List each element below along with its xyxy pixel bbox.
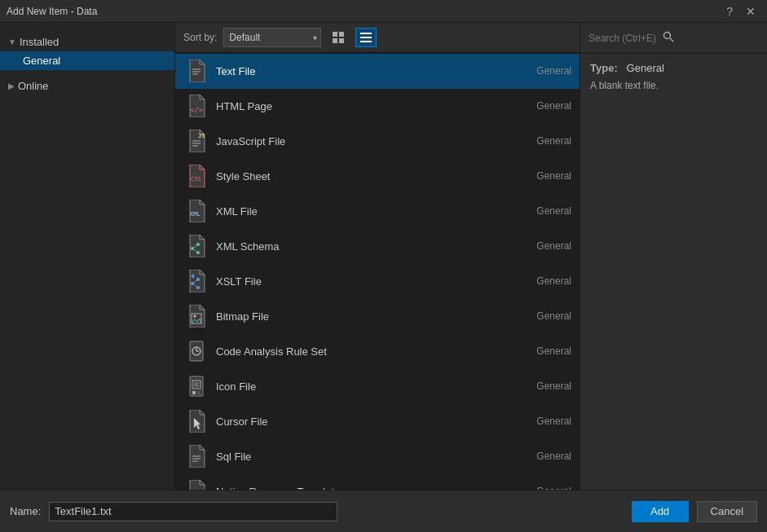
item-name: Cursor File	[216, 415, 530, 428]
list-item[interactable]: Sql File General	[175, 439, 580, 474]
list-item[interactable]: XSLT File General	[175, 264, 580, 299]
info-type: Type: General	[590, 62, 757, 74]
title-bar-controls: ? ✕	[721, 4, 760, 19]
list-item[interactable]: JS JavaScript File General	[175, 124, 580, 159]
svg-rect-6	[360, 41, 372, 42]
installed-arrow-icon: ▼	[8, 37, 16, 46]
svg-text:CSS: CSS	[191, 176, 201, 182]
svg-point-7	[664, 33, 671, 39]
sort-select[interactable]: Default Name Type	[223, 28, 321, 47]
item-name: XML File	[216, 205, 530, 218]
toolbar-left: Sort by: Default Name Type	[175, 23, 580, 53]
list-item[interactable]: Text File General	[175, 54, 580, 89]
item-category: General	[536, 135, 571, 147]
type-value: General	[627, 62, 664, 74]
svg-rect-38	[194, 382, 199, 387]
item-category: General	[536, 65, 571, 77]
item-name: Code Analysis Rule Set	[216, 345, 530, 358]
toolbar: Sort by: Default Name Type	[175, 23, 580, 53]
help-button[interactable]: ?	[721, 4, 738, 19]
item-name: HTML Page	[216, 100, 530, 112]
item-name: JavaScript File	[216, 135, 530, 147]
list-view-button[interactable]	[355, 28, 377, 47]
sidebar-installed-header[interactable]: ▼ Installed	[0, 33, 174, 51]
cancel-button[interactable]: Cancel	[697, 501, 757, 522]
online-arrow-icon: ▶	[8, 81, 15, 90]
list-item[interactable]: Cursor File General	[175, 404, 580, 439]
item-icon-html: </>	[183, 93, 209, 119]
svg-point-21	[196, 251, 200, 254]
item-category: General	[536, 345, 571, 357]
list-item[interactable]: Bitmap File General	[175, 299, 580, 334]
svg-rect-2	[333, 38, 337, 43]
item-icon-xml-schema	[183, 233, 209, 259]
bottom-bar: Name: Add Cancel	[0, 490, 767, 532]
dialog-body: ▼ Installed General ▶ Online Sort by:	[0, 23, 767, 490]
svg-rect-40	[197, 391, 201, 394]
dialog-title: Add New Item - Data	[7, 6, 97, 17]
item-icon-xslt	[183, 268, 209, 294]
svg-rect-0	[333, 32, 337, 37]
svg-text:</>: </>	[190, 106, 204, 114]
close-button[interactable]: ✕	[741, 4, 760, 19]
search-placeholder: Search (Ctrl+E)	[588, 33, 656, 44]
svg-point-31	[194, 315, 196, 318]
svg-text:XML: XML	[190, 211, 201, 218]
item-category: General	[536, 380, 571, 392]
svg-point-25	[196, 278, 200, 281]
sort-select-wrap: Default Name Type	[223, 28, 321, 47]
item-name: Sql File	[216, 451, 530, 463]
list-item[interactable]: Icon File General	[175, 369, 580, 404]
svg-text:JS: JS	[198, 133, 205, 139]
item-icon-native-resource	[183, 478, 209, 490]
svg-point-24	[191, 282, 194, 285]
svg-rect-39	[192, 391, 196, 394]
item-icon-icon-file	[183, 373, 209, 399]
add-button[interactable]: Add	[632, 501, 689, 522]
svg-rect-4	[360, 33, 372, 34]
item-name: XML Schema	[216, 240, 530, 253]
grid-view-button[interactable]	[328, 28, 349, 47]
item-category: General	[536, 100, 571, 112]
list-area: Text File General </> HTML Page General	[175, 54, 767, 490]
list-item[interactable]: CSS Style Sheet General	[175, 159, 580, 194]
svg-rect-3	[339, 38, 344, 43]
sidebar-online-header[interactable]: ▶ Online	[0, 77, 174, 95]
sidebar-general-label: General	[23, 55, 60, 67]
item-name: Native Resource Template	[216, 486, 530, 490]
sidebar-item-general[interactable]: General	[0, 51, 174, 70]
list-item[interactable]: Native Resource Template General	[175, 474, 580, 490]
item-icon-sql	[183, 443, 209, 469]
sort-label: Sort by:	[183, 32, 217, 43]
item-category: General	[536, 205, 571, 217]
item-name: Icon File	[216, 380, 530, 393]
item-icon-bitmap	[183, 303, 209, 329]
item-category: General	[536, 486, 571, 490]
item-icon-text-file	[183, 58, 209, 84]
item-name: Text File	[216, 65, 530, 77]
items-list: Text File General </> HTML Page General	[175, 54, 580, 490]
svg-rect-5	[360, 37, 372, 38]
top-section: Sort by: Default Name Type	[175, 23, 767, 54]
list-item[interactable]: </> HTML Page General	[175, 89, 580, 124]
item-icon-xml: XML	[183, 198, 209, 224]
sidebar-online-section: ▶ Online	[0, 73, 174, 99]
list-item[interactable]: Code Analysis Rule Set General	[175, 334, 580, 369]
svg-point-19	[191, 247, 194, 250]
svg-point-20	[196, 243, 200, 246]
name-label: Name:	[10, 505, 41, 517]
info-panel: Type: General A blank text file.	[580, 54, 767, 490]
title-bar: Add New Item - Data ? ✕	[0, 0, 767, 23]
search-button[interactable]	[661, 31, 676, 45]
sidebar-installed-section: ▼ Installed General	[0, 29, 174, 73]
list-item[interactable]: XML XML File General	[175, 194, 580, 229]
item-category: General	[536, 415, 571, 427]
item-category: General	[536, 240, 571, 252]
name-input[interactable]	[49, 502, 337, 521]
list-item[interactable]: XML Schema General	[175, 229, 580, 264]
item-icon-css: CSS	[183, 163, 209, 189]
sidebar-online-label: Online	[18, 80, 49, 92]
svg-rect-1	[339, 32, 344, 37]
item-name: XSLT File	[216, 275, 530, 288]
content-area: Sort by: Default Name Type	[175, 23, 767, 490]
